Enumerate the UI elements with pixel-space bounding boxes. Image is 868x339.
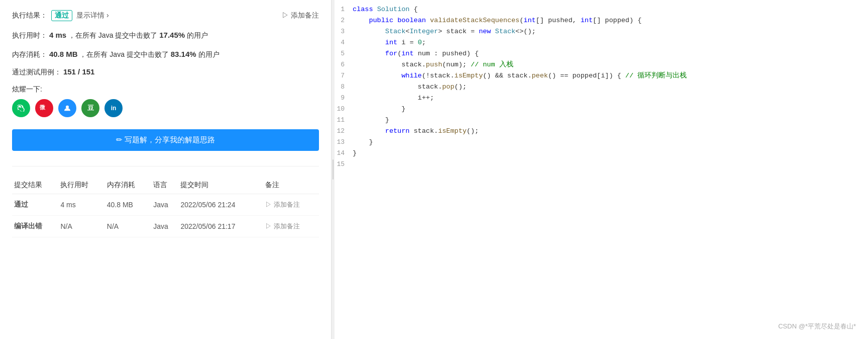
- code-line: 6 stack.push(num); // num 入栈: [335, 59, 868, 70]
- table-row: 通过 4 ms 40.8 MB Java 2022/05/06 21:24 ▷ …: [12, 194, 319, 216]
- memory-label: 内存消耗：: [12, 50, 47, 58]
- col-header-status: 提交结果: [12, 177, 58, 194]
- line-content: return stack.isEmpty();: [353, 126, 479, 137]
- test-case-row: 通过测试用例： 151 / 151: [12, 67, 319, 77]
- code-line: 5 for(int num : pushed) {: [335, 48, 868, 59]
- line-number: 5: [335, 48, 353, 59]
- line-content: stack.push(num); // num 入栈: [353, 59, 513, 70]
- result-row: 执行结果： 通过 显示详情 › ▷ 添加备注: [12, 10, 319, 21]
- cell-submit-time-1: 2022/05/06 21:17: [178, 216, 263, 237]
- code-line: 8 stack.pop();: [335, 81, 868, 93]
- test-case-value: 151 / 151: [63, 67, 95, 76]
- exec-time-suffix: 的用户: [187, 31, 208, 39]
- memory-row: 内存消耗： 40.8 MB ，在所有 Java 提交中击败了 83.14% 的用…: [12, 48, 319, 60]
- line-content: }: [353, 148, 357, 159]
- line-number: 9: [335, 93, 353, 104]
- col-header-lang: 语言: [151, 177, 178, 194]
- svg-text:微: 微: [40, 104, 46, 110]
- douban-icon[interactable]: 豆: [81, 99, 99, 117]
- share-label: 炫耀一下:: [12, 85, 319, 94]
- test-case-label: 通过测试用例：: [12, 68, 61, 76]
- line-content: }: [353, 137, 373, 148]
- line-content: class Solution {: [353, 4, 418, 15]
- line-number: 12: [335, 126, 353, 137]
- line-content: }: [353, 115, 389, 126]
- write-solution-label: ✏ 写题解，分享我的解题思路: [116, 135, 215, 145]
- exec-time-label: 执行用时：: [12, 31, 47, 39]
- line-content: while(!stack.isEmpty() && stack.peek() =…: [353, 70, 687, 81]
- exec-time-value: 4 ms: [49, 31, 66, 39]
- line-number: 1: [335, 4, 353, 15]
- linkedin-icon[interactable]: in: [104, 99, 123, 117]
- exec-time-percent: 17.45%: [159, 31, 185, 39]
- code-line: 14}: [335, 148, 868, 159]
- code-line: 15: [335, 159, 868, 170]
- add-note-button[interactable]: ▷ 添加备注: [282, 11, 319, 20]
- cell-note-0[interactable]: ▷ 添加备注: [263, 194, 319, 216]
- line-content: }: [353, 104, 405, 115]
- line-number: 10: [335, 104, 353, 115]
- line-number: 13: [335, 137, 353, 148]
- qq-icon[interactable]: [58, 99, 76, 117]
- cell-lang-1: Java: [151, 216, 178, 237]
- code-line: 4 int i = 0;: [335, 37, 868, 48]
- show-detail-link[interactable]: 显示详情 ›: [76, 11, 109, 20]
- code-line: 12 return stack.isEmpty();: [335, 126, 868, 137]
- code-editor-panel: 1class Solution {2 public boolean valida…: [335, 0, 868, 339]
- left-panel: 执行结果： 通过 显示详情 › ▷ 添加备注 执行用时： 4 ms ，在所有 J…: [0, 0, 332, 339]
- watermark: CSDN @*平荒尽处是春山*: [778, 322, 856, 331]
- line-number: 7: [335, 70, 353, 81]
- cell-memory-0: 40.8 MB: [105, 194, 151, 216]
- line-content: for(int num : pushed) {: [353, 48, 479, 59]
- code-line: 3 Stack<Integer> stack = new Stack<>();: [335, 26, 868, 37]
- memory-percent: 83.14%: [171, 50, 196, 58]
- social-icons-row: 微 豆 in: [12, 99, 319, 117]
- pass-badge: 通过: [51, 10, 72, 21]
- svg-point-1: [66, 106, 69, 109]
- line-number: 15: [335, 159, 353, 170]
- code-line: 11 }: [335, 115, 868, 126]
- write-solution-button[interactable]: ✏ 写题解，分享我的解题思路: [12, 129, 319, 151]
- table-row: 编译出错 N/A N/A Java 2022/05/06 21:17 ▷ 添加备…: [12, 216, 319, 237]
- col-header-submit-time: 提交时间: [178, 177, 263, 194]
- table-add-note-button-1[interactable]: ▷ 添加备注: [265, 222, 300, 231]
- code-editor: 1class Solution {2 public boolean valida…: [335, 0, 868, 174]
- line-number: 2: [335, 15, 353, 26]
- col-header-exec-time: 执行用时: [58, 177, 104, 194]
- memory-desc: ，在所有 Java 提交中击败了: [79, 50, 168, 58]
- line-content: Stack<Integer> stack = new Stack<>();: [353, 26, 536, 37]
- line-content: public boolean validateStackSequences(in…: [353, 15, 641, 26]
- code-line: 9 i++;: [335, 93, 868, 104]
- divider: [12, 166, 319, 166]
- col-header-note: 备注: [263, 177, 319, 194]
- line-number: 6: [335, 59, 353, 70]
- memory-value: 40.8 MB: [49, 50, 78, 58]
- line-content: i++;: [353, 93, 434, 104]
- code-line: 1class Solution {: [335, 4, 868, 15]
- code-line: 7 while(!stack.isEmpty() && stack.peek()…: [335, 70, 868, 81]
- line-content: int i = 0;: [353, 37, 426, 48]
- exec-result-label: 执行结果：: [12, 11, 47, 20]
- cell-memory-1: N/A: [105, 216, 151, 237]
- cell-status-0[interactable]: 通过: [12, 194, 58, 216]
- code-line: 13 }: [335, 137, 868, 148]
- line-number: 3: [335, 26, 353, 37]
- exec-time-row: 执行用时： 4 ms ，在所有 Java 提交中击败了 17.45% 的用户: [12, 29, 319, 41]
- submissions-table: 提交结果 执行用时 内存消耗 语言 提交时间 备注 通过 4 ms 40.8 M…: [12, 177, 319, 237]
- table-add-note-button-0[interactable]: ▷ 添加备注: [265, 200, 300, 209]
- cell-exec-time-0: 4 ms: [58, 194, 104, 216]
- wechat-icon[interactable]: [12, 99, 30, 117]
- line-number: 11: [335, 115, 353, 126]
- exec-time-desc: ，在所有 Java 提交中击败了: [68, 31, 157, 39]
- code-line: 10 }: [335, 104, 868, 115]
- code-line: 2 public boolean validateStackSequences(…: [335, 15, 868, 26]
- line-content: stack.pop();: [353, 81, 467, 93]
- line-number: 4: [335, 37, 353, 48]
- weibo-icon[interactable]: 微: [35, 99, 53, 117]
- cell-status-1: 编译出错: [12, 216, 58, 237]
- cell-exec-time-1: N/A: [58, 216, 104, 237]
- cell-lang-0: Java: [151, 194, 178, 216]
- cell-note-1[interactable]: ▷ 添加备注: [263, 216, 319, 237]
- line-number: 14: [335, 148, 353, 159]
- cell-submit-time-0: 2022/05/06 21:24: [178, 194, 263, 216]
